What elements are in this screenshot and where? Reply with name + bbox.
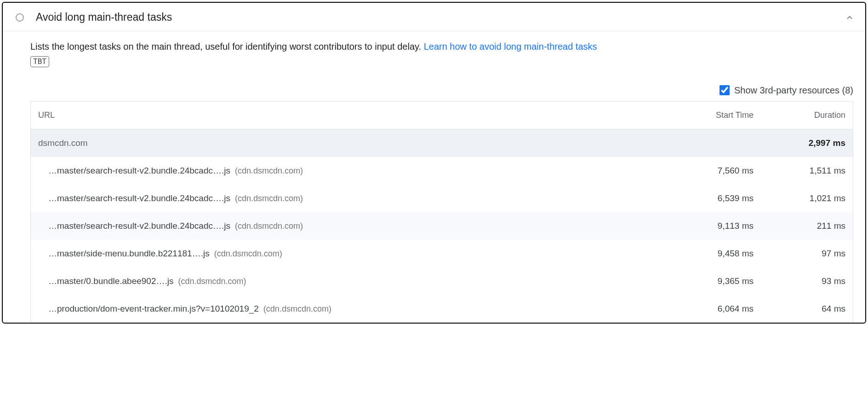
audit-header[interactable]: Avoid long main-thread tasks bbox=[3, 3, 865, 31]
table-row[interactable]: …production/dom-event-tracker.min.js?v=1… bbox=[31, 295, 853, 323]
cell-start-time: 6,539 ms bbox=[662, 193, 754, 203]
table-row[interactable]: …master/search-result-v2.bundle.24bcadc…… bbox=[31, 185, 853, 212]
cell-duration: 64 ms bbox=[754, 304, 845, 314]
cell-start-time: 6,064 ms bbox=[662, 304, 754, 314]
cell-start-time: 7,560 ms bbox=[662, 166, 754, 176]
url-host: (cdn.dsmcdn.com) bbox=[235, 194, 303, 203]
audit-body: Lists the longest tasks on the main thre… bbox=[3, 31, 865, 323]
cell-duration: 1,511 ms bbox=[754, 166, 845, 176]
third-party-checkbox[interactable] bbox=[720, 85, 730, 95]
url-path: …master/search-result-v2.bundle.24bcadc…… bbox=[48, 193, 230, 203]
group-duration: 2,997 ms bbox=[754, 138, 845, 148]
cell-start-time: 9,458 ms bbox=[662, 249, 754, 259]
tasks-table: URL Start Time Duration dsmcdn.com 2,997… bbox=[30, 101, 853, 323]
url-host: (cdn.dsmcdn.com) bbox=[263, 304, 331, 314]
audit-panel: Avoid long main-thread tasks Lists the l… bbox=[2, 2, 866, 324]
cell-url: …master/0.bundle.abee902….js(cdn.dsmcdn.… bbox=[38, 276, 662, 286]
cell-duration: 93 ms bbox=[754, 276, 845, 286]
tbt-badge: TBT bbox=[30, 56, 49, 67]
third-party-toggle-row: Show 3rd-party resources (8) bbox=[30, 84, 853, 97]
cell-duration: 211 ms bbox=[754, 221, 845, 231]
col-header-duration: Duration bbox=[754, 110, 845, 120]
cell-duration: 1,021 ms bbox=[754, 193, 845, 203]
chevron-up-icon[interactable] bbox=[845, 13, 854, 22]
url-path: …master/search-result-v2.bundle.24bcadc…… bbox=[48, 166, 230, 176]
group-host: dsmcdn.com bbox=[38, 138, 662, 148]
url-path: …master/0.bundle.abee902….js bbox=[48, 276, 174, 286]
url-path: …master/search-result-v2.bundle.24bcadc…… bbox=[48, 221, 230, 231]
col-header-url: URL bbox=[38, 110, 662, 120]
status-circle-icon bbox=[16, 13, 24, 22]
table-row[interactable]: …master/0.bundle.abee902….js(cdn.dsmcdn.… bbox=[31, 267, 853, 295]
audit-description: Lists the longest tasks on the main thre… bbox=[30, 40, 853, 53]
url-path: …production/dom-event-tracker.min.js?v=1… bbox=[48, 304, 259, 314]
table-row[interactable]: …master/search-result-v2.bundle.24bcadc…… bbox=[31, 157, 853, 185]
third-party-label[interactable]: Show 3rd-party resources (8) bbox=[734, 85, 853, 96]
cell-start-time: 9,365 ms bbox=[662, 276, 754, 286]
table-row[interactable]: …master/side-menu.bundle.b221181….js(cdn… bbox=[31, 240, 853, 267]
url-host: (cdn.dsmcdn.com) bbox=[214, 249, 282, 259]
url-host: (cdn.dsmcdn.com) bbox=[235, 221, 303, 231]
cell-url: …master/side-menu.bundle.b221181….js(cdn… bbox=[38, 249, 662, 259]
url-host: (cdn.dsmcdn.com) bbox=[235, 166, 303, 176]
table-row[interactable]: …master/search-result-v2.bundle.24bcadc…… bbox=[31, 212, 853, 240]
table-header-row: URL Start Time Duration bbox=[31, 102, 853, 129]
col-header-start: Start Time bbox=[662, 110, 754, 120]
cell-url: …master/search-result-v2.bundle.24bcadc…… bbox=[38, 221, 662, 231]
tbt-badge-row: TBT bbox=[30, 56, 853, 67]
table-group-row[interactable]: dsmcdn.com 2,997 ms bbox=[31, 129, 853, 157]
url-host: (cdn.dsmcdn.com) bbox=[178, 277, 246, 286]
audit-title: Avoid long main-thread tasks bbox=[36, 11, 845, 23]
url-path: …master/side-menu.bundle.b221181….js bbox=[48, 249, 210, 259]
cell-url: …master/search-result-v2.bundle.24bcadc…… bbox=[38, 166, 662, 176]
cell-start-time: 9,113 ms bbox=[662, 221, 754, 231]
cell-duration: 97 ms bbox=[754, 249, 845, 259]
cell-url: …master/search-result-v2.bundle.24bcadc…… bbox=[38, 193, 662, 203]
learn-more-link[interactable]: Learn how to avoid long main-thread task… bbox=[424, 41, 597, 52]
description-text: Lists the longest tasks on the main thre… bbox=[30, 41, 424, 52]
cell-url: …production/dom-event-tracker.min.js?v=1… bbox=[38, 304, 662, 314]
